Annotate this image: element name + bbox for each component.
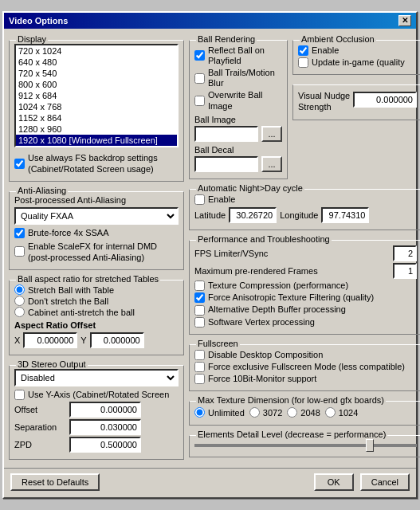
2048-label: 2048 (300, 408, 320, 418)
night-day-enable-checkbox[interactable] (194, 194, 205, 205)
resolution-item[interactable]: 912 x 684 (16, 90, 177, 101)
ao-enable-checkbox[interactable] (298, 45, 308, 56)
resolution-item[interactable]: 720 x 1024 (16, 45, 177, 57)
ao-update-row: Update in-game (quality (298, 57, 417, 68)
resolution-listbox[interactable]: 720 x 1024640 x 480720 x 540800 x 600912… (14, 44, 179, 147)
use-y-axis-row: Use Y-Axis (Cabinet/Rotated Screen (14, 390, 179, 400)
elements-detail-slider[interactable] (194, 444, 417, 447)
reset-button[interactable]: Reset to Defaults (10, 473, 100, 491)
alt-depth-buffer-checkbox[interactable] (194, 305, 205, 316)
latitude-input[interactable] (229, 207, 277, 223)
y-input[interactable] (90, 332, 144, 348)
fps-row: FPS Limiter/VSync (194, 245, 417, 261)
ball-decal-browse[interactable]: ... (261, 156, 282, 172)
ball-image-browse[interactable]: ... (261, 126, 282, 142)
unlimited-radio[interactable] (194, 407, 205, 418)
separation-row: Separation (14, 419, 179, 435)
force-exclusive-row: Force exclusive Fullscreen Mode (less co… (194, 362, 417, 372)
bottom-bar: Reset to Defaults OK Cancel (4, 468, 416, 497)
longitude-input[interactable] (321, 207, 369, 223)
unlimited-row: Unlimited (194, 407, 245, 418)
cabinet-antistretch-radio[interactable] (14, 307, 25, 317)
reflect-ball-checkbox[interactable] (194, 50, 205, 61)
scalefx-label: Enable ScaleFX for internal DMD(post-pro… (28, 241, 157, 264)
2048-radio[interactable] (287, 407, 297, 418)
ball-rendering-label: Ball Rendering (196, 34, 257, 44)
prerendered-label: Maximum pre-rendered Frames (194, 266, 318, 276)
ok-cancel-group: OK Cancel (314, 473, 410, 491)
offset-label: Offset (14, 405, 66, 414)
alt-depth-buffer-row: Alternative Depth Buffer processing (194, 304, 417, 315)
latitude-label: Latitude (194, 210, 226, 220)
fps-input[interactable] (393, 245, 417, 261)
use-y-axis-checkbox[interactable] (14, 390, 25, 400)
longitude-label: Longitude (280, 210, 318, 220)
force-10bit-checkbox[interactable] (194, 374, 205, 384)
left-column: Display 720 x 1024640 x 480720 x 540800 … (9, 33, 184, 461)
use-fs-backdrop-label: Use always FS backdrop settings(Cabinet/… (28, 152, 158, 175)
ao-update-checkbox[interactable] (298, 57, 308, 68)
resolution-item[interactable]: 640 x 480 (16, 57, 177, 68)
window-title: Video Options (9, 16, 68, 26)
right-top: Ball Rendering Reflect Ball on Playfield… (189, 33, 420, 179)
software-vertex-checkbox[interactable] (194, 317, 205, 328)
3072-radio[interactable] (249, 407, 260, 418)
ambient-occlusion-group: Ambient Occlusion Enable Update in-game … (292, 40, 420, 75)
x-input[interactable] (23, 332, 77, 348)
resolution-item[interactable]: 1152 x 864 (16, 112, 177, 124)
stereo-dropdown[interactable]: DisabledEnabled (14, 369, 179, 386)
stretch-ball-radio[interactable] (14, 284, 25, 295)
video-options-window: Video Options ✕ Display 720 x 1024640 x … (2, 11, 418, 500)
scalefx-row: Enable ScaleFX for internal DMD(post-pro… (14, 241, 179, 264)
resolution-item[interactable]: 1280 x 960 (16, 124, 177, 135)
visual-nudge-row: Visual NudgeStrength (298, 90, 417, 113)
3072-label: 3072 (263, 408, 282, 418)
separation-input[interactable] (69, 419, 141, 435)
disable-desktop-label: Disable Desktop Composition (208, 350, 323, 360)
brute-force-checkbox[interactable] (14, 228, 25, 238)
offset-input[interactable] (69, 402, 141, 418)
night-day-group: Automatic Night>Day cycle Enable Latitud… (189, 189, 420, 230)
ok-button[interactable]: OK (314, 473, 354, 491)
force-exclusive-checkbox[interactable] (194, 362, 205, 372)
display-group: Display 720 x 1024640 x 480720 x 540800 … (9, 40, 184, 182)
resolution-item[interactable]: 800 x 600 (16, 79, 177, 90)
aa-dropdown[interactable]: Quality FXAANo Anti-AliasingFXAASMAA (14, 207, 179, 225)
cancel-button[interactable]: Cancel (360, 473, 410, 491)
texture-radio-row: Unlimited 3072 2048 1024 (194, 406, 417, 418)
close-button[interactable]: ✕ (398, 15, 411, 26)
ball-trails-row: Ball Trails/Motion Blur (194, 68, 282, 88)
resolution-item[interactable]: 1920 x 1080 [Windowed Fullscreen] (16, 135, 177, 146)
disable-desktop-checkbox[interactable] (194, 350, 205, 360)
visual-nudge-input[interactable] (353, 92, 417, 108)
scalefx-checkbox[interactable] (14, 246, 25, 257)
force-anisotropic-checkbox[interactable] (194, 292, 205, 303)
texture-compression-checkbox[interactable] (194, 280, 205, 291)
zpd-input[interactable] (69, 437, 141, 453)
ball-image-label: Ball Image (194, 115, 282, 124)
ball-trails-checkbox[interactable] (194, 73, 205, 84)
1024-radio[interactable] (325, 407, 336, 418)
anti-aliasing-label: Anti-Aliasing (16, 186, 68, 195)
use-y-axis-label: Use Y-Axis (Cabinet/Rotated Screen (28, 390, 169, 400)
offset-row: Offset (14, 402, 179, 418)
prerendered-input[interactable] (393, 263, 417, 279)
ball-image-row: ... (194, 126, 282, 142)
resolution-item[interactable]: 1024 x 768 (16, 101, 177, 112)
dont-stretch-radio[interactable] (14, 296, 25, 306)
use-fs-backdrop-checkbox[interactable] (14, 159, 25, 169)
ball-decal-input[interactable] (194, 156, 258, 172)
night-day-enable-row: Enable (194, 194, 417, 205)
ball-decal-label: Ball Decal (194, 145, 282, 155)
ball-trails-label: Ball Trails/Motion Blur (208, 68, 282, 88)
overwrite-ball-row: Overwrite Ball Image (194, 90, 282, 111)
resolution-item[interactable]: 720 x 540 (16, 68, 177, 79)
performance-label: Performance and Troubleshooting (196, 234, 332, 244)
overwrite-ball-checkbox[interactable] (194, 96, 205, 106)
dont-stretch-label: Don't stretch the Ball (28, 296, 108, 306)
fullscreen-group: Fullscreen Disable Desktop Composition F… (189, 344, 420, 392)
ao-update-label: Update in-game (quality (312, 57, 405, 68)
alt-depth-buffer-label: Alternative Depth Buffer processing (208, 304, 346, 315)
ball-image-input[interactable] (194, 126, 258, 142)
display-group-label: Display (16, 34, 48, 44)
